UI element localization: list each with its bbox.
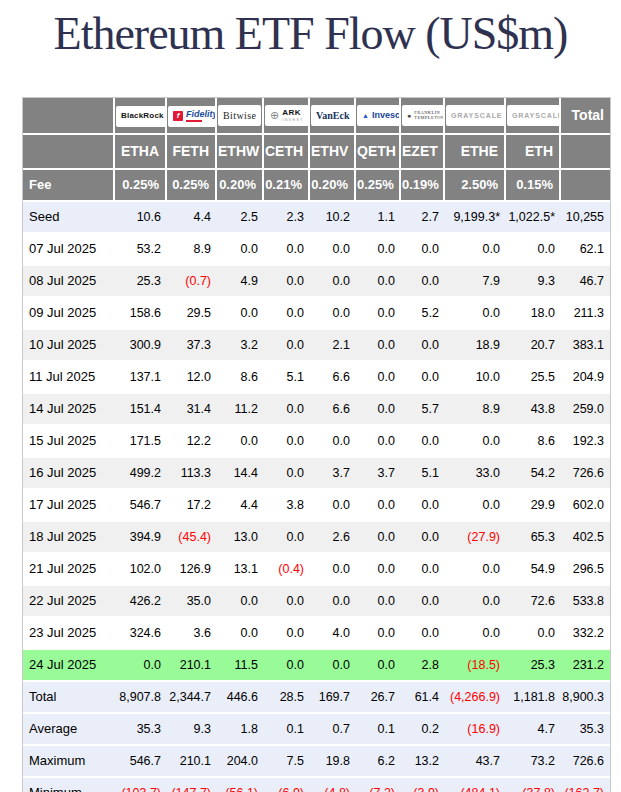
value-cell: 6.2 xyxy=(356,746,401,778)
ticker-cell: ETHV xyxy=(310,135,356,170)
value-cell: 8,907.8 xyxy=(115,682,167,714)
logo-text: Fidelity xyxy=(186,110,217,119)
ticker-cell: FETH xyxy=(167,135,217,170)
value-cell: 6.6 xyxy=(310,394,356,426)
value-cell: 1.8 xyxy=(217,714,264,746)
invesco-logo: ▲Invesco xyxy=(357,105,401,126)
etf-flow-table: BlackRockfFidelityBitwise⊕ARKINVESTVanEc… xyxy=(22,97,611,792)
value-cell: (0.4) xyxy=(264,554,310,586)
value-cell: 43.8 xyxy=(506,394,561,426)
value-cell: (7.2) xyxy=(356,778,401,792)
value-cell: 7.5 xyxy=(264,746,310,778)
ark-logo: ⊕ARKINVEST xyxy=(265,105,309,126)
value-cell: 1.1 xyxy=(356,202,401,234)
value-cell: 4.4 xyxy=(217,490,264,522)
fee-cell: 2.50% xyxy=(445,170,506,202)
value-cell: 0.0 xyxy=(445,554,506,586)
value-cell: 0.0 xyxy=(217,586,264,618)
value-cell: 18.9 xyxy=(445,330,506,362)
value-cell: 383.1 xyxy=(561,330,610,362)
value-cell: 0.0 xyxy=(401,426,445,458)
table-row: 17 Jul 2025546.717.24.43.80.00.00.00.029… xyxy=(23,490,610,522)
value-cell: 2.1 xyxy=(310,330,356,362)
value-cell: (4.8) xyxy=(310,778,356,792)
value-cell: 10.0 xyxy=(445,362,506,394)
table-row: Maximum546.7210.1204.07.519.86.213.243.7… xyxy=(23,746,610,778)
value-cell: 0.0 xyxy=(401,522,445,554)
page-title: Ethereum ETF Flow (US$m) xyxy=(0,8,621,61)
value-cell: 0.0 xyxy=(445,618,506,650)
value-cell: 10.2 xyxy=(310,202,356,234)
value-cell: 0.0 xyxy=(264,618,310,650)
value-cell: 14.4 xyxy=(217,458,264,490)
logo-text: VanEck xyxy=(316,111,350,121)
issuer-header-cell: ▲Invesco xyxy=(356,98,401,135)
value-cell: 25.5 xyxy=(506,362,561,394)
value-cell: 35.0 xyxy=(167,586,217,618)
value-cell: 0.0 xyxy=(401,618,445,650)
value-cell: 25.3 xyxy=(506,650,561,682)
fee-row: Fee0.25%0.25%0.20%0.21%0.20%0.25%0.19%2.… xyxy=(23,170,610,202)
row-label: Seed xyxy=(23,202,115,234)
value-cell: 324.6 xyxy=(115,618,167,650)
ticker-cell: QETH xyxy=(356,135,401,170)
value-cell: 1,022.5* xyxy=(506,202,561,234)
value-cell: 204.9 xyxy=(561,362,610,394)
value-cell: 3.7 xyxy=(356,458,401,490)
value-cell: 726.6 xyxy=(561,458,610,490)
row-label: 08 Jul 2025 xyxy=(23,266,115,298)
value-cell: 2.3 xyxy=(264,202,310,234)
value-cell: 0.0 xyxy=(401,362,445,394)
ark-globe-icon: ⊕ xyxy=(270,110,279,121)
table-row: 14 Jul 2025151.431.411.20.06.60.05.78.94… xyxy=(23,394,610,426)
value-cell: 13.2 xyxy=(401,746,445,778)
value-cell: (147.7) xyxy=(167,778,217,792)
value-cell: 0.0 xyxy=(310,234,356,266)
value-cell: 72.6 xyxy=(506,586,561,618)
value-cell: 0.1 xyxy=(264,714,310,746)
ark-wordmark: ARKINVEST xyxy=(282,109,304,122)
value-cell: (484.1) xyxy=(445,778,506,792)
value-cell: 0.0 xyxy=(217,618,264,650)
value-cell: 0.0 xyxy=(310,554,356,586)
value-cell: 0.0 xyxy=(356,298,401,330)
issuer-logo-row: BlackRockfFidelityBitwise⊕ARKINVESTVanEc… xyxy=(23,98,610,135)
value-cell: 0.0 xyxy=(310,426,356,458)
row-label: 24 Jul 2025 xyxy=(23,650,115,682)
fee-cell: 0.20% xyxy=(217,170,264,202)
value-cell: 35.3 xyxy=(561,714,610,746)
value-cell: 0.0 xyxy=(217,298,264,330)
logo-text: Bitwise xyxy=(223,111,256,121)
row-label: 15 Jul 2025 xyxy=(23,426,115,458)
logo-subtext: INVEST xyxy=(282,118,304,122)
total-column-header: Total xyxy=(561,98,610,135)
value-cell: (18.5) xyxy=(445,650,506,682)
value-cell: 0.0 xyxy=(445,426,506,458)
value-cell: 46.7 xyxy=(561,266,610,298)
value-cell: 192.3 xyxy=(561,426,610,458)
table-row: 08 Jul 202525.3(0.7)4.90.00.00.00.07.99.… xyxy=(23,266,610,298)
value-cell: 17.2 xyxy=(167,490,217,522)
fidelity-wordmark: Fidelity xyxy=(186,110,217,122)
value-cell: 10,255 xyxy=(561,202,610,234)
value-cell: 0.0 xyxy=(115,650,167,682)
value-cell: 5.7 xyxy=(401,394,445,426)
table-row: 10 Jul 2025300.937.33.20.02.10.00.018.92… xyxy=(23,330,610,362)
value-cell: 0.0 xyxy=(445,234,506,266)
logo-subtext: TEMPLETON xyxy=(414,116,444,121)
value-cell: 0.0 xyxy=(264,458,310,490)
value-cell: 12.2 xyxy=(167,426,217,458)
row-label: Maximum xyxy=(23,746,115,778)
value-cell: 53.2 xyxy=(115,234,167,266)
table-row: Minimum(103.7)(147.7)(56.1)(6.9)(4.8)(7.… xyxy=(23,778,610,792)
row-label: 21 Jul 2025 xyxy=(23,554,115,586)
value-cell: 0.0 xyxy=(356,234,401,266)
value-cell: 0.0 xyxy=(401,234,445,266)
value-cell: 6.6 xyxy=(310,362,356,394)
vaneck-logo: VanEck xyxy=(311,105,355,126)
value-cell: 546.7 xyxy=(115,490,167,522)
value-cell: 5.1 xyxy=(401,458,445,490)
value-cell: 2,344.7 xyxy=(167,682,217,714)
value-cell: 5.2 xyxy=(401,298,445,330)
value-cell: 2.6 xyxy=(310,522,356,554)
